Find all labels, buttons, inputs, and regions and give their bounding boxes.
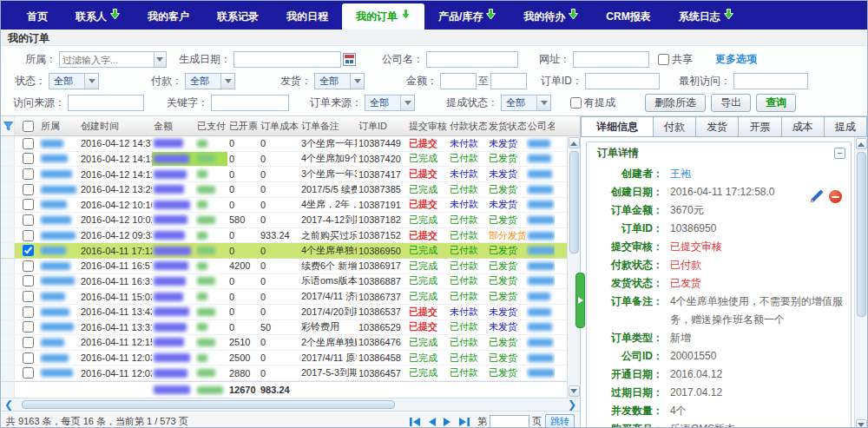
table-row[interactable]: 2016-04-11 12:03250002017/4/11 原智1038645… — [1, 351, 580, 366]
row-checkbox[interactable] — [23, 138, 34, 149]
delete-selected-button[interactable]: 删除所选 — [645, 94, 706, 112]
prev-page-icon[interactable] — [427, 417, 437, 427]
page-number-input[interactable] — [490, 415, 529, 428]
row-checkbox[interactable] — [23, 352, 34, 364]
table-row[interactable]: 2016-04-11 12:15251002个坐席单独购10386476已完成已… — [1, 335, 580, 351]
amount-min-input[interactable] — [440, 73, 477, 89]
row-checkbox[interactable] — [23, 245, 34, 256]
column-header-7[interactable]: 订单ID — [357, 120, 407, 133]
visit-src-input[interactable] — [68, 95, 144, 111]
pay-select[interactable]: 全部 — [185, 73, 235, 89]
row-checkbox[interactable] — [23, 337, 34, 348]
ship-select[interactable]: 全部 — [314, 73, 365, 89]
column-header-5[interactable]: 订单成本 — [259, 120, 299, 133]
row-checkbox[interactable] — [23, 367, 34, 379]
scroll-right-icon[interactable]: ❯ — [566, 399, 578, 411]
row-checkbox[interactable] — [23, 168, 34, 180]
table-row[interactable]: 2016-04-11 15:03002017/4/11 济南10386737已完… — [1, 289, 580, 305]
calendar-icon[interactable] — [343, 53, 356, 66]
column-header-2[interactable]: 金额 — [152, 120, 195, 133]
order-src-select[interactable]: 全部 — [365, 95, 415, 111]
row-checkbox[interactable] — [23, 153, 34, 164]
table-row[interactable]: 2016-04-12 10:10004坐席，2年，410387191已提交未付款… — [1, 198, 580, 214]
select-all-checkbox[interactable] — [23, 121, 34, 132]
more-options-link[interactable]: 更多选项 — [715, 52, 757, 67]
column-header-8[interactable]: 提交审核 — [407, 120, 448, 133]
company-input[interactable] — [426, 51, 518, 68]
column-header-6[interactable]: 订单备注 — [299, 120, 357, 133]
table-row[interactable]: 2016-04-12 09:330933.24之前购买过乐话10387152已提… — [1, 228, 580, 244]
nav-item-8[interactable]: CRM报表 — [592, 3, 664, 30]
owner-combo[interactable] — [59, 51, 167, 68]
commission-status-select[interactable]: 全部 — [501, 95, 551, 111]
column-header-9[interactable]: 付款状态 — [448, 120, 487, 133]
table-row[interactable]: 2016-04-11 17:12004个坐席单独使用10386950已完成已付款… — [1, 243, 580, 259]
scroll-left-icon[interactable]: ❮ — [3, 399, 15, 411]
delete-order-icon[interactable] — [829, 190, 842, 203]
nav-item-4[interactable]: 我的日程 — [273, 3, 342, 30]
column-header-3[interactable]: 已支付 — [195, 120, 227, 133]
row-checkbox[interactable] — [23, 199, 34, 210]
share-checkbox[interactable] — [658, 54, 669, 65]
row-checkbox[interactable] — [23, 321, 34, 333]
horizontal-scroll-thumb[interactable] — [22, 400, 395, 409]
panel-splitter-handle[interactable] — [575, 273, 585, 328]
chevron-down-icon[interactable] — [220, 74, 234, 89]
filter-funnel-icon[interactable] — [1, 116, 15, 135]
chevron-down-icon[interactable] — [84, 74, 98, 89]
chevron-down-icon[interactable] — [400, 95, 414, 110]
table-row[interactable]: 2016-04-11 12:03288002017-5-3到期3-1038645… — [1, 365, 580, 381]
table-row[interactable]: 2016-04-11 13:43002017/4/20到期10386537已提交… — [1, 305, 580, 320]
chevron-down-icon[interactable] — [536, 95, 550, 110]
last-page-icon[interactable] — [458, 417, 470, 427]
chevron-down-icon[interactable] — [154, 52, 166, 67]
detail-scroll-thumb[interactable] — [857, 152, 866, 317]
has-commission-checkbox[interactable] — [570, 97, 582, 109]
table-row[interactable]: 2016-04-11 16:5742000续费6个 新增1410386917已完… — [1, 259, 580, 274]
amount-max-input[interactable] — [490, 73, 527, 89]
search-button[interactable]: 查询 — [756, 94, 796, 112]
detail-tab-3[interactable]: 开票 — [739, 116, 781, 136]
table-row[interactable]: 2016-04-12 14:37003个坐席一年期10387449已提交未付款未… — [1, 136, 580, 152]
table-row[interactable]: 2016-04-12 10:0258002017-4-12到期10387182已… — [1, 213, 580, 228]
status-select[interactable]: 全部 — [49, 73, 99, 89]
scroll-up-icon[interactable] — [569, 137, 580, 148]
detail-tab-5[interactable]: 提成 — [825, 116, 867, 136]
chevron-down-icon[interactable] — [350, 74, 364, 89]
row-checkbox[interactable] — [23, 184, 34, 195]
column-header-1[interactable]: 创建时间 — [79, 120, 152, 133]
table-row[interactable]: 2016-04-11 13:31050彩铃费用10386529已提交已付款未发货 — [1, 320, 580, 336]
detail-tab-4[interactable]: 成本 — [782, 116, 825, 136]
first-page-icon[interactable] — [409, 417, 421, 427]
jump-button[interactable]: 跳转 — [545, 414, 575, 428]
nav-item-1[interactable]: 联系人 — [62, 3, 134, 30]
nav-item-0[interactable]: 首页 — [13, 3, 62, 30]
row-checkbox[interactable] — [23, 275, 34, 286]
nav-item-6[interactable]: 产品/库存 — [424, 3, 510, 30]
detail-tab-0[interactable]: 详细信息 — [581, 116, 654, 136]
gen-date-input[interactable] — [233, 51, 341, 68]
nav-item-9[interactable]: 系统日志 — [665, 3, 747, 30]
table-row[interactable]: 2016-04-11 16:3100乐语oms版本单10386887已完成已付款… — [1, 274, 580, 290]
column-header-0[interactable]: 所属 — [39, 120, 79, 133]
column-header-11[interactable]: 公司名 — [526, 120, 555, 133]
vertical-scroll-thumb[interactable] — [569, 151, 579, 254]
nav-item-2[interactable]: 我的客户 — [134, 3, 203, 30]
nav-item-7[interactable]: 我的待办 — [510, 3, 592, 30]
detail-tab-1[interactable]: 付款 — [654, 116, 696, 136]
row-checkbox[interactable] — [23, 306, 34, 318]
scroll-up-icon[interactable] — [856, 138, 867, 149]
table-row[interactable]: 2016-04-12 13:29002017/5/5 续费310387385已完… — [1, 182, 580, 198]
row-checkbox[interactable] — [23, 260, 34, 272]
column-header-10[interactable]: 发货状态 — [487, 120, 526, 133]
first-visit-input[interactable] — [733, 73, 808, 89]
row-checkbox[interactable] — [23, 230, 34, 241]
nav-item-5[interactable]: 我的订单 — [342, 3, 424, 30]
scroll-down-icon[interactable] — [856, 419, 867, 428]
orderid-input[interactable] — [585, 73, 660, 89]
table-row[interactable]: 2016-04-12 14:11003个坐席一年3010387417已提交未付款… — [1, 167, 580, 182]
row-checkbox[interactable] — [23, 214, 34, 226]
field-value[interactable]: 王袍 — [663, 165, 844, 183]
nav-item-3[interactable]: 联系记录 — [203, 3, 273, 30]
scroll-down-icon[interactable] — [569, 385, 580, 397]
